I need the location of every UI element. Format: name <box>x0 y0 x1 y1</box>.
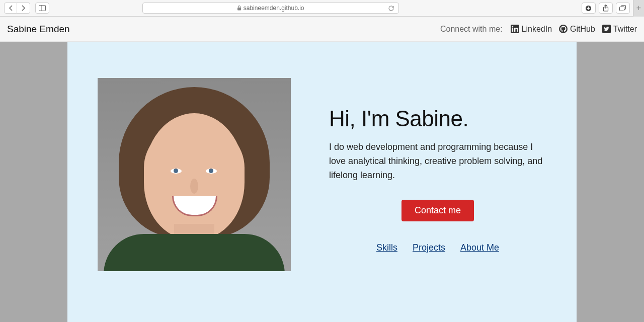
share-icon <box>603 5 609 12</box>
twitter-icon <box>602 25 611 33</box>
connect-nav: Connect with me: LinkedIn GitHub Twitter <box>440 25 637 34</box>
svg-rect-0 <box>39 6 46 11</box>
page-content: Hi, I'm Sabine. I do web development and… <box>67 42 577 322</box>
forward-button[interactable] <box>17 3 30 14</box>
cta-row: Contact me <box>329 200 546 221</box>
svg-rect-2 <box>237 8 241 11</box>
hero-section: Hi, I'm Sabine. I do web development and… <box>98 78 546 271</box>
github-icon <box>559 25 568 33</box>
hero-nav-links: Skills Projects About Me <box>329 243 546 253</box>
social-link-twitter[interactable]: Twitter <box>602 25 637 34</box>
contact-button[interactable]: Contact me <box>401 200 474 221</box>
address-bar[interactable]: sabineemden.github.io <box>142 3 399 14</box>
connect-label: Connect with me: <box>440 25 503 34</box>
plus-icon: + <box>636 4 641 13</box>
reload-icon <box>388 5 394 12</box>
nav-button-group <box>4 3 30 14</box>
downloads-button[interactable] <box>582 3 596 14</box>
share-button[interactable] <box>599 3 613 14</box>
url-text: sabineemden.github.io <box>244 5 304 12</box>
social-link-linkedin[interactable]: LinkedIn <box>511 25 552 34</box>
tabs-button[interactable] <box>616 3 630 14</box>
chevron-left-icon <box>9 5 13 11</box>
nav-link-projects[interactable]: Projects <box>413 243 445 253</box>
hero-body: I do web development and programming bec… <box>329 140 546 183</box>
social-label: GitHub <box>570 25 595 34</box>
social-link-github[interactable]: GitHub <box>559 25 595 34</box>
nav-link-skills[interactable]: Skills <box>376 243 397 253</box>
toolbar-right: + <box>582 0 640 17</box>
social-label: LinkedIn <box>522 25 552 34</box>
download-icon <box>585 5 592 12</box>
lock-icon <box>237 6 242 11</box>
social-label: Twitter <box>613 25 637 34</box>
tabs-icon <box>619 5 626 11</box>
nav-link-about[interactable]: About Me <box>460 243 499 253</box>
viewport: Hi, I'm Sabine. I do web development and… <box>0 42 644 322</box>
site-header: Sabine Emden Connect with me: LinkedIn G… <box>0 17 644 42</box>
svg-rect-8 <box>512 28 513 32</box>
svg-rect-6 <box>619 7 624 11</box>
hero-title: Hi, I'm Sabine. <box>329 106 546 131</box>
reload-button[interactable] <box>388 5 394 12</box>
site-brand[interactable]: Sabine Emden <box>7 24 70 35</box>
sidebar-toggle-button[interactable] <box>35 3 49 14</box>
back-button[interactable] <box>4 3 17 14</box>
browser-toolbar: sabineemden.github.io + <box>0 0 644 17</box>
linkedin-icon <box>511 25 519 33</box>
portrait-photo <box>98 78 291 271</box>
sidebar-icon <box>39 5 46 11</box>
new-tab-button[interactable]: + <box>633 0 644 17</box>
svg-point-9 <box>512 26 513 28</box>
hero-text: Hi, I'm Sabine. I do web development and… <box>329 78 546 253</box>
chevron-right-icon <box>21 5 26 11</box>
